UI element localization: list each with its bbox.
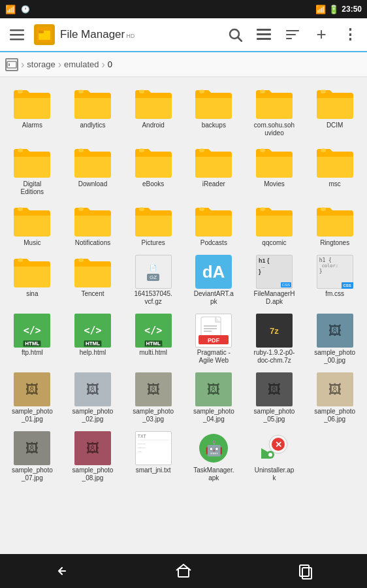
photo-thumbnail: 🖼 [74,431,111,465]
file-label: TaskManager.apk [193,466,234,482]
breadcrumb: › storage › emulated › 0 [0,52,367,77]
list-item[interactable]: 🤖 TaskManager.apk [184,429,244,485]
svg-rect-10 [257,38,271,40]
more-button[interactable]: ⋮ [338,23,362,46]
file-label: sample_photo_01.jpg [12,408,53,423]
list-item[interactable]: Download [63,142,123,199]
file-label: msc [328,180,340,188]
file-label: eBooks [142,180,164,188]
list-item[interactable]: Movies [245,142,304,199]
list-item[interactable]: 🖼 sample_photo_02.jpg [63,370,123,426]
list-item[interactable]: com.sohu.sohuvideo [245,84,304,140]
apk-deviant-icon: dA [195,255,232,289]
svg-point-32 [260,207,265,211]
svg-line-7 [238,37,242,41]
list-item[interactable]: dA DeviantART.apk [184,252,244,308]
list-item[interactable]: 🖼 sample_photo_04.jpg [184,370,244,426]
list-item[interactable]: Podcasts [184,201,244,250]
list-item[interactable]: Pictures [123,201,183,250]
apk-fm-icon: h1 { ... } CSS [256,255,293,289]
add-button[interactable]: + [310,22,333,46]
list-item[interactable]: Tencent [63,252,123,308]
home-button[interactable] [168,559,199,583]
breadcrumb-current[interactable]: 0 [108,59,112,69]
menu-button[interactable] [5,23,29,46]
file-label: sample_photo_04.jpg [193,408,234,423]
list-item[interactable]: </> HTML ftp.html [3,311,62,367]
file-label: sample_photo_00.jpg [314,349,355,365]
list-item[interactable]: </> HTML help.html [63,311,123,367]
list-item[interactable]: backups [184,84,244,140]
storage-icon [5,58,18,71]
bottom-nav [0,554,367,588]
file-label: Movies [264,180,285,188]
breadcrumb-storage[interactable]: storage [27,59,55,69]
gz-file-icon: 📄 GZ [135,255,172,289]
list-item[interactable]: iReader [184,142,244,199]
recent-button[interactable] [290,559,321,583]
list-item[interactable]: Music [3,201,62,250]
list-item[interactable]: 7z ruby-1.9.2-p0-doc-chm.7z [245,311,304,367]
svg-point-35 [78,258,84,262]
list-item[interactable]: 🖼 sample_photo_01.jpg [3,370,62,426]
svg-rect-51 [178,568,189,577]
status-right: 📶 🔋 23:50 [315,5,362,14]
svg-point-29 [78,207,84,211]
list-item[interactable]: Android [123,84,183,140]
list-item[interactable]: DigitalEditions [3,142,62,199]
folder-icon [194,204,233,238]
list-item[interactable]: PDF Pragmatic -Agile Web [184,311,244,367]
list-item[interactable]: eBooks [123,142,183,199]
list-item[interactable]: 🖼 sample_photo_06.jpg [305,370,364,426]
list-item[interactable]: msc [305,142,364,199]
signal-icon: 📶 [5,5,16,14]
7z-file-icon: 7z [256,314,293,348]
svg-rect-52 [300,565,309,576]
html-file-icon: </> HTML [14,314,50,348]
svg-point-22 [18,148,23,152]
file-label: Android [142,122,164,129]
svg-rect-8 [257,29,271,31]
sort-button[interactable] [281,23,304,46]
list-item[interactable]: 🖼 sample_photo_07.jpg [3,429,62,485]
view-toggle-button[interactable] [252,23,276,46]
breadcrumb-emulated[interactable]: emulated [64,59,99,69]
folder-icon [12,86,52,120]
svg-text:PDF: PDF [208,337,220,344]
list-item[interactable]: DCIM [305,84,364,140]
file-label: multi.html [139,349,167,357]
uninstaller-icon: ✕ [256,431,293,465]
list-item[interactable]: Alarms [3,84,62,140]
list-item[interactable]: qqcomic [245,201,304,250]
list-item[interactable]: 🖼 sample_photo_03.jpg [123,370,183,426]
list-item[interactable]: ✕ Uninstaller.apk [245,429,304,485]
list-item[interactable]: andlytics [63,84,123,140]
svg-point-30 [139,207,144,211]
list-item[interactable]: 🖼 sample_photo_05.jpg [245,370,304,426]
file-label: Download [78,180,107,188]
svg-point-17 [78,90,84,93]
status-bar: 📶 🕐 📶 🔋 23:50 [0,0,367,18]
search-button[interactable] [223,23,247,46]
list-item[interactable]: h1 { ... } CSS FileManagerHD.apk [245,252,304,308]
list-item[interactable]: Ringtones [305,201,364,250]
back-button[interactable] [46,559,77,583]
photo-thumbnail: 🖼 [256,372,293,406]
list-item[interactable]: h1 { color: } CSS fm.css [305,252,364,308]
file-label: com.sohu.sohuvideo [254,122,295,137]
list-item[interactable]: 📄 GZ 1641537045.vcf.gz [123,252,183,308]
file-label: Alarms [22,122,42,129]
file-label: Ringtones [320,239,349,247]
list-item[interactable]: sina [3,252,62,308]
list-item[interactable]: TXT —— —— — smart_jni.txt [123,429,183,485]
list-item[interactable]: 🖼 sample_photo_08.jpg [63,429,123,485]
list-item[interactable]: Notifications [63,201,123,250]
svg-point-27 [321,148,326,152]
file-label: Podcasts [200,239,227,247]
list-item[interactable]: 🖼 sample_photo_00.jpg [305,311,364,367]
file-label: sample_photo_05.jpg [254,408,295,423]
svg-rect-2 [10,39,24,41]
list-item[interactable]: </> HTML multi.html [123,311,183,367]
folder-icon [255,204,294,238]
file-label: Music [24,239,40,247]
